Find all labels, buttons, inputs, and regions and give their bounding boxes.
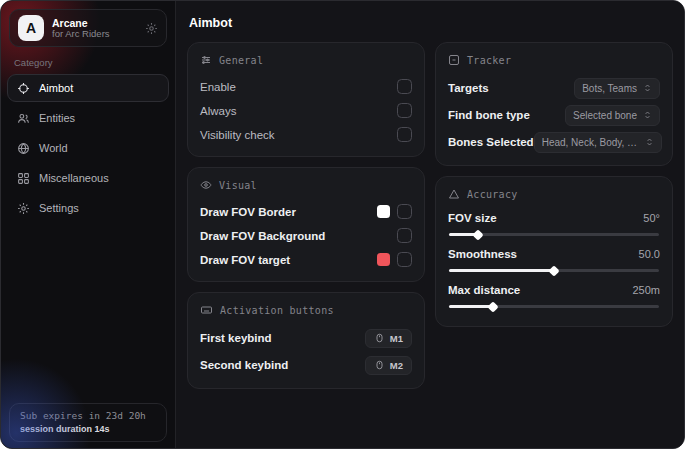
setting-row-always: Always bbox=[200, 99, 412, 122]
fov-target-checkbox[interactable] bbox=[397, 252, 412, 267]
setting-label: Visibility check bbox=[200, 129, 275, 141]
setting-label: Second keybind bbox=[200, 359, 288, 371]
brand-card[interactable]: A Arcane for Arc Riders bbox=[9, 9, 167, 47]
max-distance-slider[interactable] bbox=[449, 305, 659, 308]
enable-checkbox[interactable] bbox=[397, 79, 412, 94]
gear-icon[interactable] bbox=[145, 22, 158, 35]
sidebar-item-label: World bbox=[39, 142, 68, 154]
card-title: General bbox=[219, 55, 263, 66]
card-title: Visual bbox=[219, 180, 257, 191]
fov-size-slider[interactable] bbox=[449, 233, 659, 236]
sidebar-item-label: Miscellaneous bbox=[39, 172, 109, 184]
tracker-card: Tracker Targets Bots, Teams bbox=[435, 42, 673, 166]
settings-gear-icon bbox=[17, 202, 30, 215]
sidebar-item-label: Aimbot bbox=[39, 82, 73, 94]
category-label: Category bbox=[14, 57, 175, 68]
setting-label: Always bbox=[200, 105, 236, 117]
eye-icon bbox=[200, 179, 212, 191]
second-keybind-button[interactable]: M2 bbox=[365, 356, 412, 375]
triangle-icon bbox=[448, 188, 460, 200]
sidebar-item-world[interactable]: World bbox=[7, 134, 169, 162]
setting-label: FOV size bbox=[448, 212, 497, 224]
smoothness-value: 50.0 bbox=[639, 248, 660, 260]
setting-row-bones-selected: Bones Selected Head, Neck, Body, Fe.. bbox=[448, 129, 660, 155]
mouse-icon bbox=[374, 360, 385, 370]
app-logo: A bbox=[18, 15, 44, 41]
smoothness-slider[interactable] bbox=[449, 269, 659, 272]
unfold-icon bbox=[643, 110, 652, 120]
sidebar-nav: Aimbot Entities World bbox=[1, 74, 175, 222]
sidebar-item-label: Entities bbox=[39, 112, 75, 124]
slider-thumb[interactable] bbox=[548, 265, 559, 276]
fov-target-color-swatch[interactable] bbox=[377, 253, 390, 266]
dropdown-value: Bots, Teams bbox=[582, 83, 637, 94]
slider-thumb[interactable] bbox=[473, 229, 484, 240]
card-title: Accuracy bbox=[467, 189, 518, 200]
left-column: General Enable Always Visibility check bbox=[187, 42, 425, 399]
keyboard-icon bbox=[200, 304, 213, 316]
sidebar-item-aimbot[interactable]: Aimbot bbox=[7, 74, 169, 102]
setting-label: Draw FOV target bbox=[200, 254, 290, 266]
targets-dropdown[interactable]: Bots, Teams bbox=[574, 78, 660, 99]
fov-border-checkbox[interactable] bbox=[397, 204, 412, 219]
crosshair-icon bbox=[17, 82, 30, 95]
unfold-icon bbox=[643, 83, 652, 93]
visibility-check-checkbox[interactable] bbox=[397, 127, 412, 142]
setting-label: First keybind bbox=[200, 332, 272, 344]
activation-card: Activation buttons First keybind M1 bbox=[187, 292, 425, 389]
find-bone-type-dropdown[interactable]: Selected bone bbox=[565, 105, 660, 126]
setting-row-find-bone-type: Find bone type Selected bone bbox=[448, 102, 660, 128]
setting-row-smoothness: Smoothness 50.0 bbox=[448, 245, 660, 272]
first-keybind-button[interactable]: M1 bbox=[365, 329, 412, 348]
card-title: Activation buttons bbox=[220, 305, 334, 316]
always-checkbox[interactable] bbox=[397, 103, 412, 118]
keybind-value: M2 bbox=[390, 360, 403, 371]
subscription-info: Sub expires in 23d 20h session duration … bbox=[9, 403, 167, 442]
setting-label: Draw FOV Background bbox=[200, 230, 325, 242]
grid-icon bbox=[17, 172, 30, 185]
setting-label: Targets bbox=[448, 82, 489, 94]
app-window: A Arcane for Arc Riders Category bbox=[0, 0, 685, 449]
globe-icon bbox=[17, 142, 30, 155]
main-content: Aimbot General bbox=[176, 1, 684, 448]
setting-row-visibility-check: Visibility check bbox=[200, 123, 412, 146]
sidebar-item-entities[interactable]: Entities bbox=[7, 104, 169, 132]
setting-row-enable: Enable bbox=[200, 75, 412, 98]
bones-selected-dropdown[interactable]: Head, Neck, Body, Fe.. bbox=[534, 132, 662, 153]
max-distance-value: 250m bbox=[632, 284, 660, 296]
setting-label: Enable bbox=[200, 81, 236, 93]
sidebar-item-settings[interactable]: Settings bbox=[7, 194, 169, 222]
setting-row-fov-target: Draw FOV target bbox=[200, 248, 412, 271]
fov-border-color-swatch[interactable] bbox=[377, 205, 390, 218]
sub-expiry-text: Sub expires in 23d 20h bbox=[20, 410, 156, 421]
dropdown-value: Head, Neck, Body, Fe.. bbox=[542, 137, 639, 148]
setting-label: Smoothness bbox=[448, 248, 517, 260]
sliders-icon bbox=[200, 54, 212, 66]
setting-row-first-keybind: First keybind M1 bbox=[200, 325, 412, 351]
mouse-icon bbox=[374, 333, 385, 343]
app-name: Arcane bbox=[52, 17, 137, 29]
setting-label: Max distance bbox=[448, 284, 520, 296]
visual-card: Visual Draw FOV Border Draw FOV Backgrou… bbox=[187, 167, 425, 282]
fov-size-value: 50° bbox=[643, 212, 660, 224]
page-title: Aimbot bbox=[189, 16, 671, 30]
app-subtitle: for Arc Riders bbox=[52, 29, 137, 40]
setting-row-fov-size: FOV size 50° bbox=[448, 209, 660, 236]
setting-row-max-distance: Max distance 250m bbox=[448, 281, 660, 308]
dropdown-value: Selected bone bbox=[573, 110, 637, 121]
setting-row-targets: Targets Bots, Teams bbox=[448, 75, 660, 101]
fov-background-checkbox[interactable] bbox=[397, 228, 412, 243]
setting-row-fov-background: Draw FOV Background bbox=[200, 224, 412, 247]
right-column: Tracker Targets Bots, Teams bbox=[435, 42, 673, 337]
sidebar-item-miscellaneous[interactable]: Miscellaneous bbox=[7, 164, 169, 192]
setting-label: Find bone type bbox=[448, 109, 530, 121]
scan-target-icon bbox=[448, 54, 460, 66]
card-title: Tracker bbox=[467, 55, 511, 66]
setting-label: Bones Selected bbox=[448, 136, 534, 148]
session-duration-text: session duration 14s bbox=[20, 424, 156, 434]
brand-text: Arcane for Arc Riders bbox=[52, 17, 137, 40]
setting-label: Draw FOV Border bbox=[200, 206, 296, 218]
keybind-value: M1 bbox=[390, 333, 403, 344]
entities-icon bbox=[17, 112, 30, 125]
slider-thumb[interactable] bbox=[487, 301, 498, 312]
